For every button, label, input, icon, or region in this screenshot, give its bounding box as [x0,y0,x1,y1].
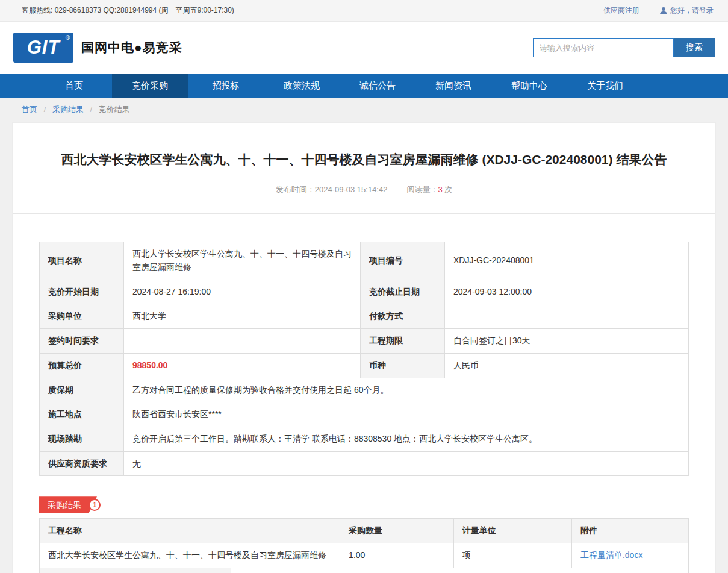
detail-label-end-date: 竞价截止日期 [361,280,445,304]
result-header-attachment: 附件 [571,519,688,543]
top-utility-bar: 客服热线: 029-86618373 QQ:2881944994 (周一至周五9… [0,0,728,22]
result-header-qty: 采购数量 [340,519,454,543]
publish-time-value: 2024-09-03 15:14:42 [315,185,388,194]
search-input[interactable] [533,38,674,57]
detail-label-location: 施工地点 [40,402,124,427]
result-header-row: 工程名称 采购数量 计量单位 附件 [40,519,689,543]
views-count: 3 [438,185,442,194]
breadcrumb-separator: / [90,105,93,114]
publish-time-label: 发布时间： [276,185,315,194]
detail-label-project-name: 项目名称 [40,242,124,280]
nav-item-integrity-notices[interactable]: 诚信公告 [340,74,415,98]
detail-label-sign-time: 签约时间要求 [40,329,124,354]
detail-value-payment [445,304,689,329]
purchase-result-table: 工程名称 采购数量 计量单位 附件 西北大学长安校区学生公寓九、十、十一、十四号… [39,518,689,573]
project-details-table: 项目名称 西北大学长安校区学生公寓九、十、十一、十四号楼及自习室房屋漏雨维修 项… [39,242,689,476]
detail-row: 竞价开始日期 2024-08-27 16:19:00 竞价截止日期 2024-0… [40,280,689,304]
total-price-value: 69690.00 元 [231,568,689,573]
site-name: 国网中电●易竞采 [81,39,182,56]
main-nav: 首页 竞价采购 招投标 政策法规 诚信公告 新闻资讯 帮助中心 关于我们 [0,74,728,98]
login-link[interactable]: 您好，请登录 [670,5,714,16]
search-area: 搜索 [533,38,715,57]
user-icon [660,7,667,14]
total-price-label: 成交总价 [40,568,231,573]
page-title: 西北大学长安校区学生公寓九、十、十一、十四号楼及自习室房屋漏雨维修 (XDJJ-… [13,123,715,168]
site-header: GIT ® 国网中电●易竞采 搜索 [0,22,728,74]
supplier-register-link[interactable]: 供应商注册 [603,5,639,16]
detail-value-site-visit: 竞价开启后第三个工作日。踏勘联系人：王清学 联系电话：88308530 地点：西… [124,427,689,451]
detail-row: 质保期 乙方对合同工程的质量保修期为验收合格并交付使用之日起 60个月。 [40,378,689,402]
views-label: 阅读量： [406,185,438,194]
result-project-name: 西北大学长安校区学生公寓九、十、十一、十四号楼及自习室房屋漏雨维修 [40,543,340,568]
announcement-card: 西北大学长安校区学生公寓九、十、十一、十四号楼及自习室房屋漏雨维修 (XDJJ-… [12,122,716,573]
search-button[interactable]: 搜索 [674,38,715,57]
detail-row: 预算总价 98850.00 币种 人民币 [40,353,689,378]
detail-row: 项目名称 西北大学长安校区学生公寓九、十、十一、十四号楼及自习室房屋漏雨维修 项… [40,242,689,280]
service-hotline-text: 客服热线: 029-86618373 QQ:2881944994 (周一至周五9… [22,5,234,16]
nav-item-about-us[interactable]: 关于我们 [567,74,643,98]
detail-row: 供应商资质要求 无 [40,451,689,476]
detail-label-project-code: 项目编号 [361,242,445,280]
purchase-result-section-header: 采购结果 1 [39,496,689,513]
detail-label-qualification: 供应商资质要求 [40,451,124,476]
breadcrumb-separator: / [44,105,46,114]
detail-row: 施工地点 陕西省西安市长安区**** [40,402,689,427]
detail-value-start-date: 2024-08-27 16:19:00 [124,280,361,304]
detail-value-location: 陕西省西安市长安区**** [124,402,689,427]
breadcrumb: 首页 / 采购结果 / 竞价结果 [0,98,728,121]
detail-row: 采购单位 西北大学 付款方式 [40,304,689,329]
detail-value-project-code: XDJJ-GC-202408001 [445,242,689,280]
detail-label-start-date: 竞价开始日期 [40,280,124,304]
detail-value-sign-time [124,329,361,354]
detail-label-site-visit: 现场踏勘 [40,427,124,451]
views-suffix: 次 [444,185,452,194]
detail-value-project-name: 西北大学长安校区学生公寓九、十、十一、十四号楼及自习室房屋漏雨维修 [124,242,361,280]
detail-value-qualification: 无 [124,451,689,476]
breadcrumb-current: 竞价结果 [99,105,130,114]
nav-item-help-center[interactable]: 帮助中心 [491,74,567,98]
nav-item-home[interactable]: 首页 [36,74,112,98]
detail-label-currency: 币种 [361,353,445,378]
detail-value-currency: 人民币 [445,353,689,378]
detail-row: 签约时间要求 工程期限 自合同签订之日30天 [40,329,689,354]
breadcrumb-purchase-results[interactable]: 采购结果 [52,105,84,114]
attachment-link[interactable]: 工程量清单.docx [580,550,642,560]
breadcrumb-home[interactable]: 首页 [22,105,37,114]
result-data-row: 西北大学长安校区学生公寓九、十、十一、十四号楼及自习室房屋漏雨维修 1.00 项… [40,543,689,568]
logo-registered-mark: ® [66,34,70,41]
result-total-row: 成交总价 69690.00 元 [40,568,689,573]
detail-value-end-date: 2024-09-03 12:00:00 [445,280,689,304]
nav-item-news[interactable]: 新闻资讯 [415,74,491,98]
nav-item-bidding-purchase[interactable]: 竞价采购 [112,74,188,98]
detail-value-warranty: 乙方对合同工程的质量保修期为验收合格并交付使用之日起 60个月。 [124,378,689,402]
detail-label-purchaser: 采购单位 [40,304,124,329]
detail-value-purchaser: 西北大学 [124,304,361,329]
detail-label-budget: 预算总价 [40,353,124,378]
article-meta: 发布时间：2024-09-03 15:14:42阅读量：3 次 [13,184,715,195]
result-header-unit: 计量单位 [453,519,571,543]
detail-label-duration: 工程期限 [361,329,445,354]
site-logo[interactable]: GIT ® [13,33,73,63]
detail-label-warranty: 质保期 [40,378,124,402]
budget-amount: 98850.00 [132,360,167,370]
result-header-name: 工程名称 [40,519,340,543]
detail-value-duration: 自合同签订之日30天 [445,329,689,354]
detail-row: 现场踏勘 竞价开启后第三个工作日。踏勘联系人：王清学 联系电话：88308530… [40,427,689,451]
result-count-badge: 1 [89,499,101,511]
nav-item-tendering[interactable]: 招投标 [188,74,264,98]
logo-text: GIT [27,37,60,58]
detail-label-payment: 付款方式 [361,304,445,329]
divider [13,213,715,214]
detail-value-budget: 98850.00 [124,353,361,378]
result-unit: 项 [453,543,571,568]
nav-item-policies[interactable]: 政策法规 [264,74,340,98]
result-qty: 1.00 [340,543,454,568]
